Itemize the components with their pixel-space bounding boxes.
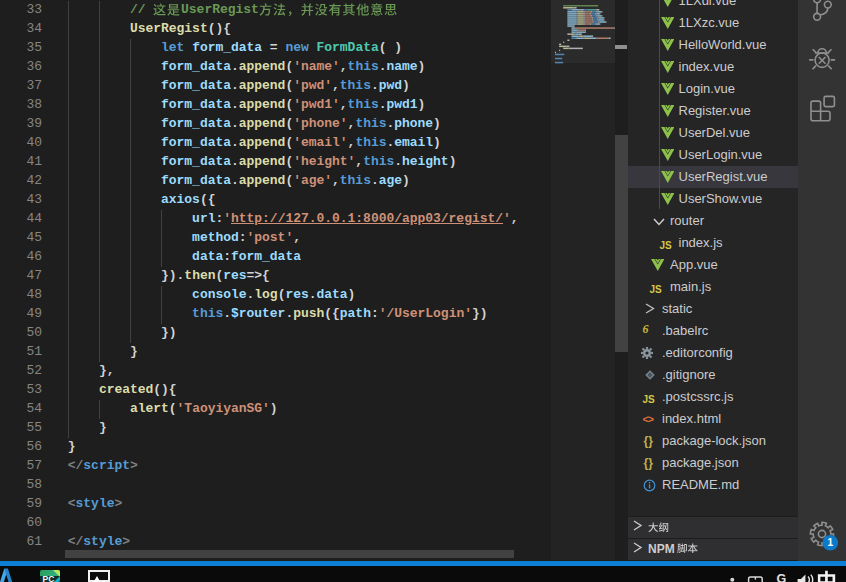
svg-text:1: 1 [828,537,834,548]
